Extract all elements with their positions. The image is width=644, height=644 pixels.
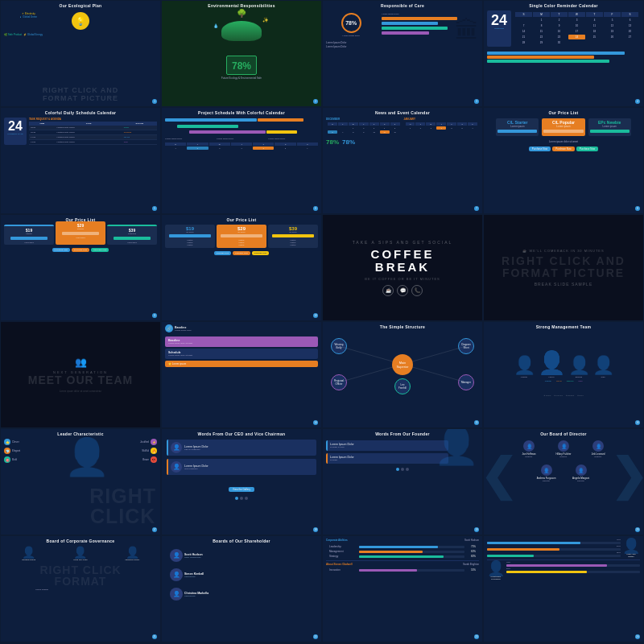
shareholder-3-role: Shareholder [184, 595, 313, 597]
slide-13-team[interactable]: 👥 NEXT GENERATION MEET OUR TEAM Lorem ip… [0, 321, 161, 428]
director-2-avatar: 👤 [558, 440, 569, 452]
slide-18-num: 18 [313, 527, 318, 532]
slide-16-mgmt[interactable]: Strong Management Team 👤 Charter 👤 Mayor… [483, 321, 644, 428]
shareholder-1-role: Major Shareholder [184, 556, 313, 559]
dot-1 [401, 468, 404, 471]
slide-19-founder[interactable]: Words From Our Founder Lorem Ipsum Dolor… [322, 428, 483, 535]
slide-14-num: 14 [313, 420, 318, 425]
slide-15-title: The Simple Structure [323, 322, 482, 330]
director-2-role: Director [560, 456, 568, 458]
slide-21-title: Board of Corporate Governance [1, 536, 160, 544]
slide-2[interactable]: Environmental Responsibilities 🌳 ✨ 💧 78%… [161, 0, 322, 107]
vice-quote: Lorem Ipsum Dolor [184, 464, 208, 468]
rc-sub: BREAK SLIDE SAMPLE [535, 282, 592, 287]
ceo-quote: Lorem Ipsum Dolor [184, 445, 208, 448]
slide-7-title: News and Event Calendar [323, 108, 482, 116]
slide-18-ceo[interactable]: Words From Our CEO and Vice Chairman 👤 L… [161, 428, 322, 535]
coffee-icon-3: 📞 [411, 285, 423, 296]
slide-23-profiles[interactable]: Corporate Abilities Scott Hudson Leaders… [322, 535, 483, 642]
slide-15-num: 15 [474, 420, 479, 425]
slide-20-num: 20 [635, 527, 640, 532]
slide-17-leader[interactable]: Leader Characteristic ⭐ Clever 💎 Elegant [0, 428, 161, 535]
slide-1-num: 1 [152, 99, 157, 104]
slide-7[interactable]: News and Event Calendar DECEMBER MTWTFSS… [322, 107, 483, 214]
coffee-line3: BE IT COFFEE OR BE IT MINUTES [365, 277, 440, 281]
team-main-title: MEET OUR TEAM [28, 374, 133, 386]
slide-3-pct: 78% [341, 13, 361, 33]
slide-9-num: 9 [152, 313, 157, 318]
slide-20-board[interactable]: Our Board of Director ❮ ❯ 👤 Jan Hoffman … [483, 428, 644, 535]
slide-1-title: Our Ecological Plan [1, 1, 160, 9]
director-1-role: Director [526, 456, 533, 458]
slide-7-pct1: 78% [326, 138, 339, 146]
slide-10-title: Our Price List [162, 215, 321, 223]
shareholder-3-avatar: 👤 [170, 588, 183, 601]
shareholder-2-role: Shareholder [184, 576, 313, 578]
slide-18-title: Words From Our CEO and Vice Chairman [162, 429, 321, 437]
slide-2-title: Environmental Responsibilities [162, 1, 321, 9]
director-1-avatar: 👤 [523, 440, 535, 452]
slide-2-subtitle: Future Ecology & Environmental Safe [162, 76, 321, 80]
slide-24-num: 24 [635, 634, 640, 639]
slide-16-title: Strong Management Team [484, 322, 643, 330]
slide-3-title: Responsible of Care [323, 1, 482, 9]
slide-7-num: 7 [474, 206, 479, 211]
slide-21-num: 21 [152, 634, 157, 639]
slide-5-num: 5 [152, 206, 157, 211]
slide-6-num: 6 [313, 206, 318, 211]
slide-15-structure[interactable]: The Simple Structure MainSuperior Winnin… [322, 321, 483, 428]
slide-9[interactable]: Our Price List $19 Starter Lorem Ipsum $… [0, 214, 161, 321]
price-col-2: C/L Popular Lorem ipsum [542, 118, 584, 136]
team-icon: 👥 [75, 357, 87, 368]
slide-10[interactable]: Our Price List $19 per month Feature Fea… [161, 214, 322, 321]
skill-2-label: Management [329, 550, 357, 553]
slide-21-corp[interactable]: Board of Corporate Governance 👤 Working … [0, 535, 161, 642]
slide-11-coffee[interactable]: TAKE A SIPS AND GET SOCIAL COFFEEBREAK B… [322, 214, 483, 321]
center-node: MainSuperior [392, 354, 413, 375]
dot-2 [245, 497, 248, 500]
slide-22-title: Boards of Our Shareholder [162, 536, 321, 544]
arrow-left: ❮ [484, 453, 517, 497]
link-icon: 🔗 [165, 324, 173, 332]
slide-5[interactable]: Colorful Daily Schedule Calendar 24 CURR… [0, 107, 161, 214]
dot-2 [406, 468, 409, 471]
slide-7-pct2: 78% [342, 138, 355, 146]
slide-4-num: 4 [635, 99, 640, 104]
slide-8-title: Our Price List [484, 108, 643, 116]
slide-1[interactable]: Our Ecological Plan ☀ Electricity 🌡 Glob… [0, 0, 161, 107]
director-3-role: Director [595, 456, 602, 458]
director-4-avatar: 👤 [541, 464, 552, 476]
slide-4[interactable]: Single Color Reminder Calendar 24 Septem… [483, 0, 644, 107]
view-gallery-btn[interactable]: View the Gallery [229, 487, 254, 492]
slide-8-num: 8 [635, 206, 640, 211]
slide-5-title: Colorful Daily Schedule Calendar [1, 108, 160, 116]
slide-6-title: Project Schedule With Colorful Calendar [162, 108, 321, 116]
slide-22-num: 22 [313, 634, 318, 639]
slide-6[interactable]: Project Schedule With Colorful Calendar … [161, 107, 322, 214]
dot-active [396, 468, 399, 471]
director-3-avatar: 👤 [592, 440, 604, 452]
slide-2-num: 2 [313, 99, 318, 104]
coffee-title: COFFEEBREAK [371, 248, 435, 275]
rc-main2: FORMAT PICTURE [502, 267, 625, 279]
skill-3-label: Strategy [329, 555, 357, 558]
slide-24-division-profiles[interactable]: 70% 54% 35% 👤 Howy VanBritten [483, 535, 644, 642]
slide-3[interactable]: Responsible of Care 78% Lorem Ipsum Dolo… [322, 0, 483, 107]
slide-19-num: 19 [474, 527, 479, 532]
rc-main: RIGHT CLICK AND [502, 255, 625, 267]
slide-12-break[interactable]: ☕ WE'LL COMEBACK IN 30 MINUTES RIGHT CLI… [483, 214, 644, 321]
director-5-avatar: 👤 [576, 464, 587, 476]
team-desc: Lorem ipsum dolor sit amet consectetur [52, 390, 110, 393]
dot-1 [240, 497, 243, 500]
director-4-role: Director [543, 480, 550, 482]
dot-active [235, 497, 238, 500]
slide-14-agenda[interactable]: 🔗 Baseline Lorem ipsum dolor Baseline Lo… [161, 321, 322, 428]
slides-grid: Our Ecological Plan ☀ Electricity 🌡 Glob… [0, 0, 644, 644]
coffee-icon-2: 💬 [397, 285, 408, 296]
slide-4-title: Single Color Reminder Calendar [484, 1, 643, 9]
slide-23-num: 23 [474, 634, 479, 639]
slide-8[interactable]: Our Price List C/L Starter Lorem ipsum C… [483, 107, 644, 214]
ceo-avatar: 👤 [171, 442, 182, 453]
price-col-3: EPc Newbie Lorem ipsum [588, 118, 631, 136]
slide-22-shareholder[interactable]: Boards of Our Shareholder 👤 Scott Hudson… [161, 535, 322, 642]
